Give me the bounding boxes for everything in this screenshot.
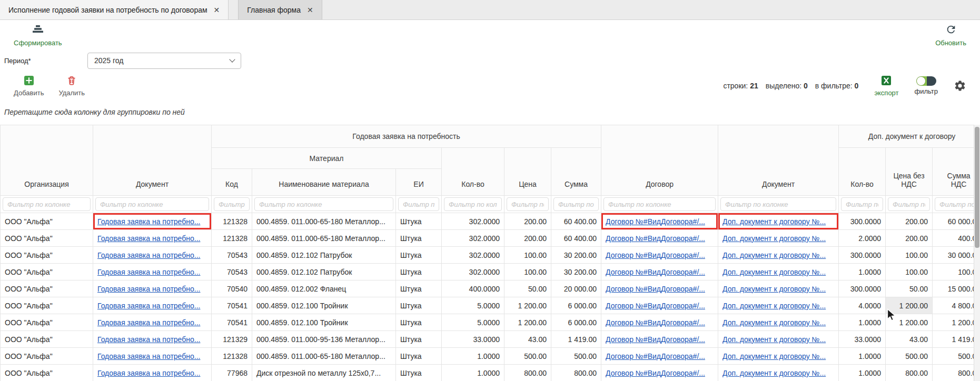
col-header-sum[interactable]: Сумма [551, 148, 601, 196]
cell-org[interactable]: ООО "Альфа" [1, 280, 93, 297]
cell-sum[interactable]: 60 400.00 [551, 230, 601, 247]
column-filter-input[interactable] [603, 197, 716, 211]
cell-asum[interactable]: 30 000.00 [933, 247, 980, 264]
cell-aprice[interactable]: 500.00 [886, 348, 933, 365]
doc-link[interactable]: Годовая заявка на потребно... [97, 285, 200, 293]
adoc-link[interactable]: Доп. документ к договору №... [722, 217, 826, 226]
grouping-drop-zone[interactable]: Перетащите сюда колонку для группировки … [0, 101, 980, 125]
contract-link[interactable]: Договор №#ВидДоговора#/... [606, 234, 705, 243]
cell-qty[interactable]: 1.0000 [442, 348, 504, 365]
column-filter-input[interactable] [95, 197, 209, 211]
table-row[interactable]: ООО "Альфа"Годовая заявка на потребно...… [1, 230, 980, 247]
add-button[interactable]: Добавить [14, 75, 44, 97]
column-filter-input[interactable] [888, 197, 930, 211]
table-row[interactable]: ООО "Альфа"Годовая заявка на потребно...… [1, 348, 980, 365]
cell-org[interactable]: ООО "Альфа" [1, 230, 93, 247]
cell-aqty[interactable]: 1.0000 [839, 348, 886, 365]
contract-link[interactable]: Договор №#ВидДоговора#/... [606, 302, 705, 310]
cell-aqty[interactable]: 4.0000 [839, 297, 886, 314]
settings-button[interactable] [954, 79, 966, 92]
cell-material[interactable]: 000.4859. 012.102 Патрубок [252, 247, 396, 264]
cell-unit[interactable]: Штука [396, 297, 442, 314]
col-header-code[interactable]: Код [212, 169, 252, 196]
cell-price[interactable]: 500.00 [504, 348, 551, 365]
vertical-scrollbar[interactable] [974, 125, 980, 381]
doc-link[interactable]: Годовая заявка на потребно... [97, 251, 200, 259]
col-header-addendum-qty[interactable]: Кол-во [839, 148, 886, 196]
cell-material[interactable]: 000.4859. 011.000-95-136 Металлор... [252, 331, 396, 348]
cell-sum[interactable]: 30 200.00 [551, 264, 601, 280]
cell-aqty[interactable]: 300.0000 [839, 280, 886, 297]
cell-unit[interactable]: Штука [396, 365, 442, 381]
cell-code[interactable]: 70543 [212, 264, 252, 280]
col-header-document[interactable]: Документ [93, 125, 212, 196]
table-row[interactable]: ООО "Альфа"Годовая заявка на потребно...… [1, 264, 980, 280]
period-select[interactable]: 2025 год [87, 53, 241, 69]
cell-asum[interactable]: 60 000.00 [933, 213, 980, 230]
table-row[interactable]: ООО "Альфа"Годовая заявка на потребно...… [1, 247, 980, 264]
cell-qty[interactable]: 33.0000 [442, 331, 504, 348]
cell-asum[interactable]: 400.00 [933, 230, 980, 247]
cell-aqty[interactable]: 33.0000 [839, 331, 886, 348]
cell-org[interactable]: ООО "Альфа" [1, 213, 93, 230]
cell-price[interactable]: 800.00 [504, 365, 551, 381]
cell-price[interactable]: 200.00 [504, 230, 551, 247]
adoc-link[interactable]: Доп. документ к договору №... [722, 302, 826, 310]
col-header-price-no-vat[interactable]: Цена без НДС [886, 148, 933, 196]
cell-aqty[interactable]: 1.0000 [839, 264, 886, 280]
cell-sum[interactable]: 30 200.00 [551, 247, 601, 264]
cell-price[interactable]: 50.00 [504, 280, 551, 297]
cell-qty[interactable]: 5.0000 [442, 314, 504, 331]
cell-unit[interactable]: Штука [396, 314, 442, 331]
cell-asum[interactable]: 1 419.00 [933, 331, 980, 348]
cell-aqty[interactable]: 300.0000 [839, 247, 886, 264]
col-header-addendum-document[interactable]: Документ [718, 125, 839, 196]
cell-qty[interactable]: 5.0000 [442, 297, 504, 314]
cell-aqty[interactable]: 300.0000 [839, 213, 886, 230]
cell-asum[interactable]: 100.00 [933, 264, 980, 280]
col-header-contract[interactable]: Договор [601, 125, 718, 196]
contract-link[interactable]: Договор №#ВидДоговора#/... [606, 369, 705, 377]
col-header-qty[interactable]: Кол-во [442, 148, 504, 196]
cell-aqty[interactable]: 1.0000 [839, 365, 886, 381]
column-filter-input[interactable] [553, 197, 599, 211]
cell-sum[interactable]: 60 400.00 [551, 213, 601, 230]
doc-link[interactable]: Годовая заявка на потребно... [97, 217, 200, 226]
cell-aprice[interactable]: 200.00 [886, 213, 933, 230]
column-filter-input[interactable] [444, 197, 502, 211]
cell-asum[interactable]: 500.00 [933, 348, 980, 365]
export-excel-button[interactable]: экспорт [874, 75, 898, 97]
adoc-link[interactable]: Доп. документ к договору №... [722, 285, 826, 293]
cell-aprice[interactable]: 1 200.00 [886, 314, 933, 331]
adoc-link[interactable]: Доп. документ к договору №... [722, 268, 826, 276]
column-filter-input[interactable] [214, 197, 250, 211]
cell-asum[interactable]: 15 000.00 [933, 280, 980, 297]
cell-org[interactable]: ООО "Альфа" [1, 247, 93, 264]
cell-unit[interactable]: Штука [396, 264, 442, 280]
cell-sum[interactable]: 1 419.00 [551, 331, 601, 348]
cell-material[interactable]: 000.4859. 012.100 Тройник [252, 297, 396, 314]
cell-org[interactable]: ООО "Альфа" [1, 297, 93, 314]
table-row[interactable]: ООО "Альфа"Годовая заявка на потребно...… [1, 314, 980, 331]
adoc-link[interactable]: Доп. документ к договору №... [722, 369, 826, 377]
delete-button[interactable]: Удалить [58, 75, 85, 97]
tab-main-form[interactable]: Главная форма ✕ [238, 0, 322, 19]
contract-link[interactable]: Договор №#ВидДоговора#/... [606, 318, 705, 327]
col-header-sum-vat[interactable]: Сумма НДС [933, 148, 980, 196]
cell-material[interactable]: Диск отрезной по металлу 125х0,7... [252, 365, 396, 381]
cell-price[interactable]: 100.00 [504, 247, 551, 264]
cell-asum[interactable]: 4 800.00 [933, 297, 980, 314]
cell-price[interactable]: 200.00 [504, 213, 551, 230]
cell-unit[interactable]: Штука [396, 230, 442, 247]
column-filter-input[interactable] [398, 197, 439, 211]
cell-qty[interactable]: 400.0000 [442, 280, 504, 297]
cell-code[interactable]: 121329 [212, 331, 252, 348]
table-row[interactable]: ООО "Альфа"Годовая заявка на потребно...… [1, 213, 980, 230]
cell-code[interactable]: 121328 [212, 230, 252, 247]
doc-link[interactable]: Годовая заявка на потребно... [97, 352, 200, 360]
table-row[interactable]: ООО "Альфа"Годовая заявка на потребно...… [1, 297, 980, 314]
cell-aprice[interactable]: 1 200.00 [886, 297, 933, 314]
contract-link[interactable]: Договор №#ВидДоговора#/... [606, 268, 705, 276]
doc-link[interactable]: Годовая заявка на потребно... [97, 369, 200, 377]
column-filter-input[interactable] [720, 197, 836, 211]
